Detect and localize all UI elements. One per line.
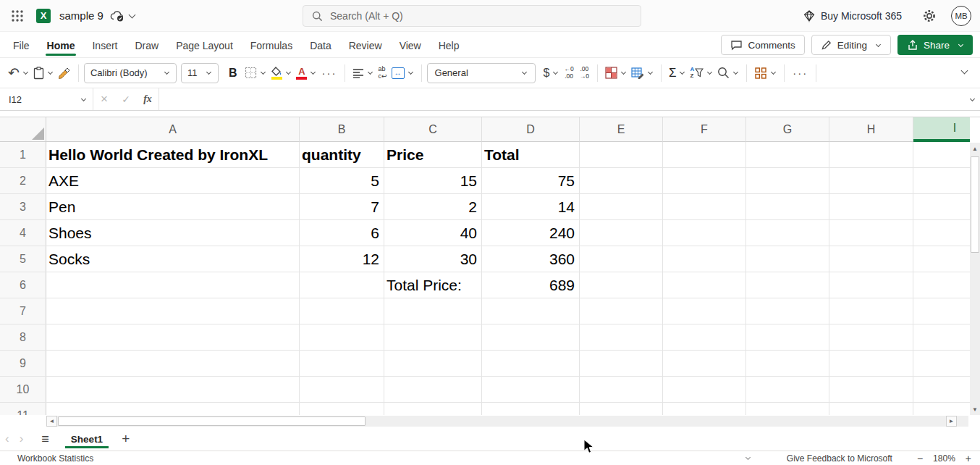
cell-B1[interactable]: quantity xyxy=(300,142,384,167)
cell-H10[interactable] xyxy=(829,377,913,402)
comments-button[interactable]: Comments xyxy=(721,35,804,55)
status-chevron-down-icon[interactable] xyxy=(745,455,751,460)
zoom-out-button[interactable]: − xyxy=(917,453,923,464)
cell-I2[interactable] xyxy=(913,168,970,193)
cell-I9[interactable] xyxy=(913,351,970,376)
cell-C9[interactable] xyxy=(384,351,482,376)
column-header-I[interactable]: I xyxy=(913,117,970,142)
tab-data[interactable]: Data xyxy=(301,34,340,56)
cell-A7[interactable] xyxy=(46,298,300,324)
cell-G10[interactable] xyxy=(746,377,829,402)
cell-H5[interactable] xyxy=(829,246,913,272)
cell-B6[interactable] xyxy=(300,272,384,298)
cell-B5[interactable]: 12 xyxy=(300,246,384,272)
format-painter-button[interactable] xyxy=(56,64,73,83)
cell-G3[interactable] xyxy=(746,194,829,219)
cell-E8[interactable] xyxy=(580,324,663,350)
wrap-text-button[interactable]: abc↩ xyxy=(376,63,389,83)
cell-A11[interactable] xyxy=(46,403,300,415)
cell-G8[interactable] xyxy=(746,324,829,350)
cell-C1[interactable]: Price xyxy=(384,142,482,167)
tab-page-layout[interactable]: Page Layout xyxy=(167,34,242,56)
number-format-select[interactable]: General xyxy=(427,63,536,83)
cell-C11[interactable] xyxy=(384,403,482,415)
cell-E11[interactable] xyxy=(580,403,663,415)
cell-F4[interactable] xyxy=(663,220,746,246)
cell-I8[interactable] xyxy=(913,324,970,350)
vertical-scrollbar[interactable]: ▲ ▼ xyxy=(970,143,980,415)
cell-A8[interactable] xyxy=(46,324,300,350)
cell-E2[interactable] xyxy=(580,168,663,193)
cell-G1[interactable] xyxy=(746,142,829,167)
cell-F8[interactable] xyxy=(663,324,746,350)
cell-E7[interactable] xyxy=(580,298,663,324)
cell-H11[interactable] xyxy=(829,403,913,415)
zoom-level[interactable]: 180% xyxy=(933,453,955,464)
tab-help[interactable]: Help xyxy=(430,34,468,56)
cell-I10[interactable] xyxy=(913,377,970,402)
cell-F6[interactable] xyxy=(663,272,746,298)
cell-E3[interactable] xyxy=(580,194,663,219)
cell-C10[interactable] xyxy=(384,377,482,402)
cell-I6[interactable] xyxy=(913,272,970,298)
cell-E1[interactable] xyxy=(580,142,663,167)
tab-insert[interactable]: Insert xyxy=(83,34,126,56)
cell-A3[interactable]: Pen xyxy=(46,194,300,219)
insert-function-button[interactable]: fx xyxy=(137,93,159,105)
cell-F10[interactable] xyxy=(663,377,746,402)
column-header-C[interactable]: C xyxy=(384,117,482,142)
column-header-F[interactable]: F xyxy=(663,117,746,142)
cell-H2[interactable] xyxy=(829,168,913,193)
editing-mode-button[interactable]: Editing xyxy=(811,35,891,55)
cell-C8[interactable] xyxy=(384,324,482,350)
cell-I1[interactable] xyxy=(913,142,970,167)
decrease-decimal-button[interactable]: .00→0 xyxy=(577,64,592,82)
cell-D5[interactable]: 360 xyxy=(482,246,580,272)
cell-D2[interactable]: 75 xyxy=(482,168,580,193)
font-size-select[interactable]: 11 xyxy=(181,63,219,83)
cell-G6[interactable] xyxy=(746,272,829,298)
cell-E6[interactable] xyxy=(580,272,663,298)
cell-C6[interactable]: Total Price: xyxy=(384,272,482,298)
cell-E9[interactable] xyxy=(580,351,663,376)
row-header-10[interactable]: 10 xyxy=(0,377,46,402)
cell-H8[interactable] xyxy=(829,324,913,350)
cell-D10[interactable] xyxy=(482,377,580,402)
add-sheet-button[interactable]: + xyxy=(122,431,130,447)
cell-D1[interactable]: Total xyxy=(482,142,580,167)
cell-B9[interactable] xyxy=(300,351,384,376)
column-header-A[interactable]: A xyxy=(46,117,300,142)
cell-I4[interactable] xyxy=(913,220,970,246)
undo-button[interactable]: ↶ xyxy=(6,62,31,84)
cell-H7[interactable] xyxy=(829,298,913,324)
cell-F11[interactable] xyxy=(663,403,746,415)
app-launcher-icon[interactable] xyxy=(7,6,28,26)
name-box[interactable]: I12 xyxy=(0,88,93,110)
column-header-G[interactable]: G xyxy=(746,117,829,142)
format-as-table-button[interactable] xyxy=(629,64,656,82)
cell-F5[interactable] xyxy=(663,246,746,272)
cell-B4[interactable]: 6 xyxy=(300,220,384,246)
cell-A5[interactable]: Socks xyxy=(46,246,300,272)
cancel-button[interactable]: × xyxy=(93,92,115,106)
cell-G11[interactable] xyxy=(746,403,829,415)
merge-cells-button[interactable]: ↔ xyxy=(389,64,416,82)
row-header-9[interactable]: 9 xyxy=(0,351,46,376)
prev-sheet-chevron-icon[interactable]: ‹ xyxy=(0,432,14,446)
bold-button[interactable]: B xyxy=(223,65,243,81)
cell-E10[interactable] xyxy=(580,377,663,402)
column-header-H[interactable]: H xyxy=(829,117,913,142)
cell-B2[interactable]: 5 xyxy=(300,168,384,193)
font-color-button[interactable]: A xyxy=(294,64,318,83)
column-header-B[interactable]: B xyxy=(300,117,384,142)
cell-D3[interactable]: 14 xyxy=(482,194,580,219)
buy-microsoft-365-button[interactable]: Buy Microsoft 365 xyxy=(803,9,902,22)
currency-format-button[interactable]: $ xyxy=(541,64,562,83)
ribbon-collapse-chevron-icon[interactable] xyxy=(961,67,968,75)
autosum-button[interactable]: Σ xyxy=(667,66,688,80)
tab-review[interactable]: Review xyxy=(340,34,391,56)
cell-C5[interactable]: 30 xyxy=(384,246,482,272)
row-header-4[interactable]: 4 xyxy=(0,220,46,246)
cell-I11[interactable] xyxy=(913,403,970,415)
cell-A6[interactable] xyxy=(46,272,300,298)
